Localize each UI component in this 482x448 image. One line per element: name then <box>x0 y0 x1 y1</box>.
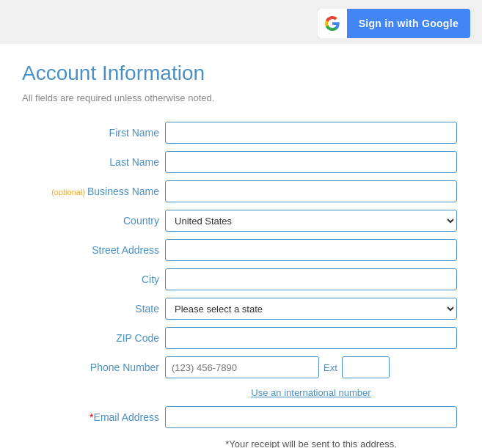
business-name-label: Business Name <box>87 186 159 197</box>
state-label: State <box>22 294 162 323</box>
country-select[interactable]: United States <box>165 210 457 232</box>
last-name-input[interactable] <box>165 151 457 173</box>
google-signin-label: Sign in with Google <box>347 18 470 29</box>
first-name-label: First Name <box>22 118 162 147</box>
page-title: Account Information <box>22 62 460 85</box>
city-input[interactable] <box>165 268 457 290</box>
google-g-icon <box>318 9 347 38</box>
phone-row: Phone Number Ext <box>22 353 460 382</box>
state-row: State Please select a state Alabama Alas… <box>22 294 460 323</box>
required-note: All fields are required unless otherwise… <box>22 92 460 103</box>
last-name-label: Last Name <box>22 147 162 177</box>
top-bar: Sign in with Google <box>0 0 482 44</box>
phone-input[interactable] <box>165 356 319 378</box>
street-address-label: Street Address <box>22 235 162 265</box>
city-label: City <box>22 265 162 294</box>
business-name-input[interactable] <box>165 180 457 202</box>
street-address-row: Street Address <box>22 235 460 265</box>
country-label: Country <box>22 206 162 235</box>
google-signin-button[interactable]: Sign in with Google <box>318 9 470 38</box>
zip-row: ZIP Code <box>22 323 460 353</box>
optional-tag: (optional) <box>51 188 85 197</box>
country-row: Country United States <box>22 206 460 235</box>
main-content: Account Information All fields are requi… <box>0 44 482 448</box>
first-name-row: First Name <box>22 118 460 147</box>
ext-label: Ext <box>324 362 337 373</box>
ext-input[interactable] <box>342 356 390 378</box>
last-name-row: Last Name <box>22 147 460 177</box>
city-row: City <box>22 265 460 294</box>
intl-number-link[interactable]: Use an international number <box>251 387 370 398</box>
zip-input[interactable] <box>165 327 457 349</box>
phone-input-group: Ext <box>165 356 457 378</box>
street-address-input[interactable] <box>165 239 457 261</box>
email-input[interactable] <box>165 406 457 428</box>
zip-label: ZIP Code <box>22 323 162 353</box>
email-row: *Email Address <box>22 403 460 432</box>
receipt-note: *Your receipt will be sent to this addre… <box>165 436 457 448</box>
phone-label: Phone Number <box>22 353 162 382</box>
receipt-note-row: *Your receipt will be sent to this addre… <box>22 432 460 448</box>
state-select[interactable]: Please select a state Alabama Alaska Ari… <box>165 298 457 320</box>
international-link-row: Use an international number <box>22 382 460 403</box>
email-label: Email Address <box>94 411 159 423</box>
first-name-input[interactable] <box>165 122 457 144</box>
business-name-row: (optional)Business Name <box>22 177 460 206</box>
account-form: First Name Last Name (optional)Business … <box>22 118 460 448</box>
